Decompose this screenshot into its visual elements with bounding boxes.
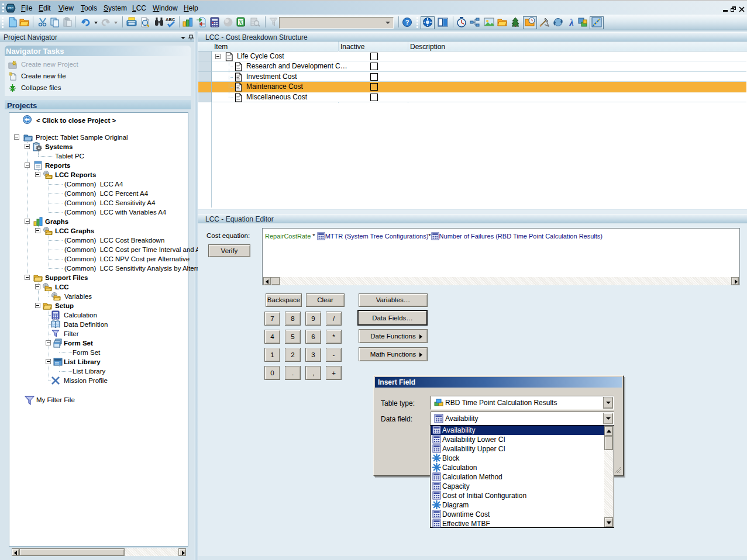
svg-text:X: X — [239, 19, 243, 26]
svg-text:λ: λ — [569, 18, 573, 27]
svg-text:PTC: PTC — [8, 6, 13, 10]
svg-text:?: ? — [405, 19, 409, 26]
